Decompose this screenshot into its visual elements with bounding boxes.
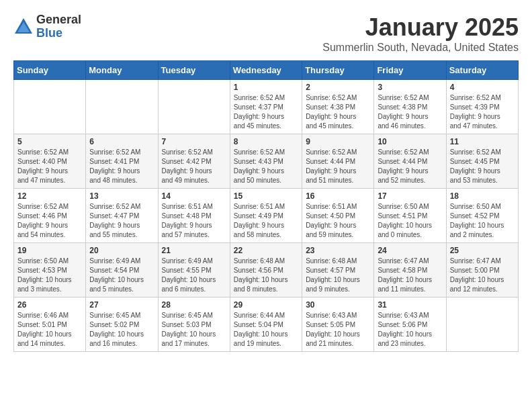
calendar-cell: 12Sunrise: 6:52 AM Sunset: 4:46 PM Dayli… (14, 189, 86, 243)
calendar-cell: 14Sunrise: 6:51 AM Sunset: 4:48 PM Dayli… (158, 189, 230, 243)
title-block: January 2025 Summerlin South, Nevada, Un… (322, 13, 519, 54)
day-number: 3 (378, 83, 442, 92)
day-number: 16 (306, 191, 370, 201)
day-number: 18 (450, 191, 515, 201)
day-number: 28 (162, 300, 226, 310)
calendar-cell: 13Sunrise: 6:52 AM Sunset: 4:47 PM Dayli… (86, 189, 158, 243)
day-info: Sunrise: 6:52 AM Sunset: 4:42 PM Dayligh… (162, 148, 226, 185)
calendar-cell: 23Sunrise: 6:48 AM Sunset: 4:57 PM Dayli… (302, 243, 374, 298)
col-sunday: Sunday (14, 61, 86, 80)
day-info: Sunrise: 6:52 AM Sunset: 4:44 PM Dayligh… (306, 148, 370, 185)
calendar-title: January 2025 (322, 13, 519, 42)
day-info: Sunrise: 6:50 AM Sunset: 4:51 PM Dayligh… (378, 202, 442, 240)
day-info: Sunrise: 6:46 AM Sunset: 5:01 PM Dayligh… (17, 311, 82, 349)
calendar-cell: 25Sunrise: 6:47 AM Sunset: 5:00 PM Dayli… (446, 243, 518, 298)
col-saturday: Saturday (446, 61, 518, 80)
day-number: 11 (450, 137, 515, 146)
logo-text: General Blue (36, 13, 81, 40)
day-number: 7 (162, 137, 226, 146)
day-info: Sunrise: 6:48 AM Sunset: 4:56 PM Dayligh… (234, 257, 298, 294)
day-info: Sunrise: 6:52 AM Sunset: 4:45 PM Dayligh… (450, 148, 515, 185)
day-number: 2 (306, 83, 370, 92)
calendar-cell: 26Sunrise: 6:46 AM Sunset: 5:01 PM Dayli… (14, 298, 86, 352)
header-row: Sunday Monday Tuesday Wednesday Thursday… (14, 61, 519, 80)
day-number: 17 (378, 191, 442, 201)
calendar-cell (158, 80, 230, 134)
day-number: 12 (17, 191, 82, 201)
day-info: Sunrise: 6:52 AM Sunset: 4:46 PM Dayligh… (17, 202, 82, 240)
day-info: Sunrise: 6:52 AM Sunset: 4:38 PM Dayligh… (306, 93, 370, 131)
calendar-cell: 16Sunrise: 6:51 AM Sunset: 4:50 PM Dayli… (302, 189, 374, 243)
day-number: 9 (306, 137, 370, 146)
day-number: 13 (89, 191, 154, 201)
day-info: Sunrise: 6:52 AM Sunset: 4:37 PM Dayligh… (234, 93, 298, 131)
calendar-cell: 5Sunrise: 6:52 AM Sunset: 4:40 PM Daylig… (14, 134, 86, 189)
logo-general: General (36, 13, 81, 27)
page-header: General Blue January 2025 Summerlin Sout… (13, 13, 519, 54)
day-info: Sunrise: 6:52 AM Sunset: 4:43 PM Dayligh… (234, 148, 298, 185)
calendar-cell: 31Sunrise: 6:43 AM Sunset: 5:06 PM Dayli… (374, 298, 446, 352)
calendar-cell (446, 298, 518, 352)
day-number: 8 (234, 137, 298, 146)
calendar-cell: 18Sunrise: 6:50 AM Sunset: 4:52 PM Dayli… (446, 189, 518, 243)
calendar-cell: 15Sunrise: 6:51 AM Sunset: 4:49 PM Dayli… (230, 189, 302, 243)
calendar-cell: 9Sunrise: 6:52 AM Sunset: 4:44 PM Daylig… (302, 134, 374, 189)
week-row-1: 1Sunrise: 6:52 AM Sunset: 4:37 PM Daylig… (14, 80, 519, 134)
day-number: 27 (89, 300, 154, 310)
day-number: 10 (378, 137, 442, 146)
day-info: Sunrise: 6:52 AM Sunset: 4:38 PM Dayligh… (378, 93, 442, 131)
day-number: 30 (306, 300, 370, 310)
calendar-table: Sunday Monday Tuesday Wednesday Thursday… (13, 60, 519, 352)
calendar-cell: 4Sunrise: 6:52 AM Sunset: 4:39 PM Daylig… (446, 80, 518, 134)
logo-blue: Blue (36, 27, 81, 40)
logo-icon (13, 17, 34, 37)
logo: General Blue (13, 13, 81, 40)
day-info: Sunrise: 6:47 AM Sunset: 5:00 PM Dayligh… (450, 257, 515, 294)
day-number: 20 (89, 246, 154, 255)
col-thursday: Thursday (302, 61, 374, 80)
day-info: Sunrise: 6:51 AM Sunset: 4:49 PM Dayligh… (234, 202, 298, 240)
day-info: Sunrise: 6:49 AM Sunset: 4:54 PM Dayligh… (89, 257, 154, 294)
week-row-3: 12Sunrise: 6:52 AM Sunset: 4:46 PM Dayli… (14, 189, 519, 243)
day-info: Sunrise: 6:44 AM Sunset: 5:04 PM Dayligh… (234, 311, 298, 349)
calendar-cell: 11Sunrise: 6:52 AM Sunset: 4:45 PM Dayli… (446, 134, 518, 189)
day-info: Sunrise: 6:49 AM Sunset: 4:55 PM Dayligh… (162, 257, 226, 294)
calendar-subtitle: Summerlin South, Nevada, United States (322, 42, 519, 54)
day-number: 4 (450, 83, 515, 92)
day-info: Sunrise: 6:45 AM Sunset: 5:02 PM Dayligh… (89, 311, 154, 349)
day-number: 29 (234, 300, 298, 310)
calendar-cell: 22Sunrise: 6:48 AM Sunset: 4:56 PM Dayli… (230, 243, 302, 298)
day-number: 24 (378, 246, 442, 255)
calendar-cell: 30Sunrise: 6:43 AM Sunset: 5:05 PM Dayli… (302, 298, 374, 352)
col-wednesday: Wednesday (230, 61, 302, 80)
calendar-cell: 24Sunrise: 6:47 AM Sunset: 4:58 PM Dayli… (374, 243, 446, 298)
day-number: 5 (17, 137, 82, 146)
calendar-cell: 8Sunrise: 6:52 AM Sunset: 4:43 PM Daylig… (230, 134, 302, 189)
col-friday: Friday (374, 61, 446, 80)
day-info: Sunrise: 6:45 AM Sunset: 5:03 PM Dayligh… (162, 311, 226, 349)
day-info: Sunrise: 6:52 AM Sunset: 4:40 PM Dayligh… (17, 148, 82, 185)
calendar-cell (14, 80, 86, 134)
calendar-cell: 28Sunrise: 6:45 AM Sunset: 5:03 PM Dayli… (158, 298, 230, 352)
calendar-cell: 20Sunrise: 6:49 AM Sunset: 4:54 PM Dayli… (86, 243, 158, 298)
day-info: Sunrise: 6:51 AM Sunset: 4:50 PM Dayligh… (306, 202, 370, 240)
calendar-cell: 17Sunrise: 6:50 AM Sunset: 4:51 PM Dayli… (374, 189, 446, 243)
day-number: 25 (450, 246, 515, 255)
calendar-header: Sunday Monday Tuesday Wednesday Thursday… (14, 61, 519, 80)
calendar-cell (86, 80, 158, 134)
day-info: Sunrise: 6:50 AM Sunset: 4:53 PM Dayligh… (17, 257, 82, 294)
day-number: 1 (234, 83, 298, 92)
col-monday: Monday (86, 61, 158, 80)
calendar-cell: 21Sunrise: 6:49 AM Sunset: 4:55 PM Dayli… (158, 243, 230, 298)
day-number: 19 (17, 246, 82, 255)
calendar-cell: 29Sunrise: 6:44 AM Sunset: 5:04 PM Dayli… (230, 298, 302, 352)
day-number: 21 (162, 246, 226, 255)
calendar-cell: 1Sunrise: 6:52 AM Sunset: 4:37 PM Daylig… (230, 80, 302, 134)
calendar-cell: 7Sunrise: 6:52 AM Sunset: 4:42 PM Daylig… (158, 134, 230, 189)
calendar-cell: 2Sunrise: 6:52 AM Sunset: 4:38 PM Daylig… (302, 80, 374, 134)
week-row-4: 19Sunrise: 6:50 AM Sunset: 4:53 PM Dayli… (14, 243, 519, 298)
day-number: 22 (234, 246, 298, 255)
calendar-cell: 6Sunrise: 6:52 AM Sunset: 4:41 PM Daylig… (86, 134, 158, 189)
day-info: Sunrise: 6:51 AM Sunset: 4:48 PM Dayligh… (162, 202, 226, 240)
day-number: 26 (17, 300, 82, 310)
